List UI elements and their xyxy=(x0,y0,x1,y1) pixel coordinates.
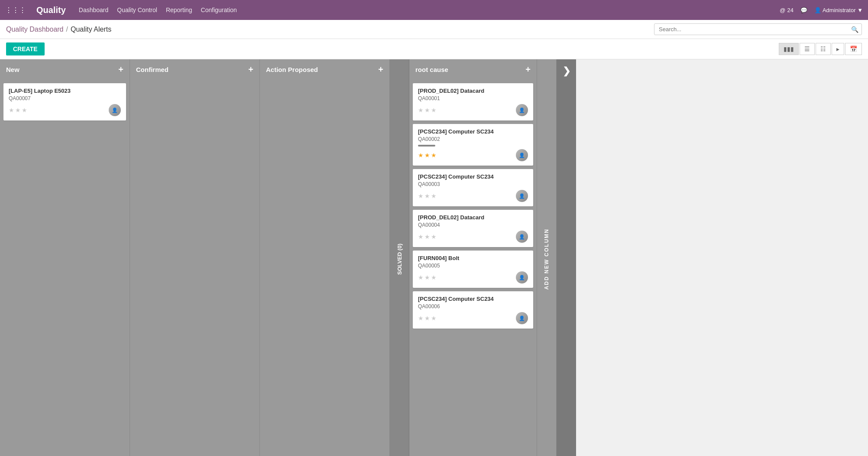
star-2[interactable]: ★ xyxy=(424,315,430,322)
card-stars: ★★★ xyxy=(418,233,437,240)
card-stars: ★★★ xyxy=(418,107,437,114)
kanban-cards-action-proposed xyxy=(260,80,389,456)
kanban-cards-confirmed xyxy=(130,80,259,456)
kanban-cards-root-cause: [PROD_DEL02] DatacardQA00001★★★👤[PCSC234… xyxy=(409,80,537,456)
kanban-col-solved[interactable]: SOLVED (0) xyxy=(390,59,409,456)
card-footer: ★★★👤 xyxy=(418,271,528,283)
star-2[interactable]: ★ xyxy=(424,107,430,114)
user-icon: 👤 xyxy=(814,7,821,13)
table-row[interactable]: [PCSC234] Computer SC234QA00002★★★👤 xyxy=(413,124,533,166)
star-1[interactable]: ★ xyxy=(9,107,14,114)
toolbar: CREATE ▮▮▮ ☰ ☷ ▸ 📅 xyxy=(0,39,868,59)
notification-badge[interactable]: @ 24 xyxy=(780,7,794,13)
card-code: QA00003 xyxy=(418,181,528,187)
star-3[interactable]: ★ xyxy=(431,315,437,322)
kanban-col-action-proposed-header: Action Proposed + xyxy=(260,59,389,80)
kanban-col-root-cause: root cause + [PROD_DEL02] DatacardQA0000… xyxy=(409,59,537,456)
star-1[interactable]: ★ xyxy=(418,233,424,240)
user-dropdown-icon: ▼ xyxy=(857,7,863,13)
card-code: QA00007 xyxy=(9,95,121,101)
star-1[interactable]: ★ xyxy=(418,107,424,114)
star-2[interactable]: ★ xyxy=(15,107,21,114)
nav-configuration[interactable]: Configuration xyxy=(201,7,237,13)
notification-count: 24 xyxy=(787,7,794,13)
star-1[interactable]: ★ xyxy=(418,152,424,159)
card-stars: ★★★ xyxy=(418,274,437,281)
star-2[interactable]: ★ xyxy=(424,152,430,159)
table-row[interactable]: [LAP-E5] Laptop E5023 QA00007 ★ ★ ★ 👤 xyxy=(3,83,126,121)
avatar: 👤 xyxy=(516,190,528,202)
card-stars: ★★★ xyxy=(418,152,437,159)
star-1[interactable]: ★ xyxy=(418,315,424,322)
next-arrow-button[interactable]: ❯ xyxy=(563,65,570,77)
app-title: Quality xyxy=(36,5,66,15)
star-3[interactable]: ★ xyxy=(431,107,437,114)
search-button[interactable]: 🔍 xyxy=(851,26,858,33)
nav-dashboard[interactable]: Dashboard xyxy=(79,7,109,13)
view-calendar-button[interactable]: 📅 xyxy=(845,43,862,55)
nav-links: Dashboard Quality Control Reporting Conf… xyxy=(79,7,771,13)
arrow-column: ❯ xyxy=(557,59,576,456)
star-1[interactable]: ★ xyxy=(418,192,424,199)
table-row[interactable]: [PROD_DEL02] DatacardQA00004★★★👤 xyxy=(413,210,533,247)
card-footer: ★★★👤 xyxy=(418,231,528,243)
card-stars: ★★★ xyxy=(418,192,437,199)
user-menu[interactable]: 👤 Administrator ▼ xyxy=(814,7,863,13)
add-card-root-cause-button[interactable]: + xyxy=(525,65,531,75)
nav-reporting[interactable]: Reporting xyxy=(166,7,192,13)
star-1[interactable]: ★ xyxy=(418,274,424,281)
kanban-col-root-cause-header: root cause + xyxy=(409,59,537,80)
create-button[interactable]: CREATE xyxy=(6,42,45,55)
card-code: QA00004 xyxy=(418,222,528,228)
table-row[interactable]: [PCSC234] Computer SC234QA00003★★★👤 xyxy=(413,169,533,206)
card-footer: ★★★👤 xyxy=(418,104,528,116)
view-list-button[interactable]: ☰ xyxy=(800,43,815,55)
user-name: Administrator xyxy=(823,7,856,13)
search-input[interactable] xyxy=(654,23,862,35)
star-3[interactable]: ★ xyxy=(431,192,437,199)
card-footer: ★★★👤 xyxy=(418,312,528,324)
view-table-button[interactable]: ☷ xyxy=(816,43,831,55)
chat-icon[interactable]: 💬 xyxy=(800,7,807,13)
card-stars: ★★★ xyxy=(418,315,437,322)
card-title: [PROD_DEL02] Datacard xyxy=(418,88,528,94)
card-title: [PCSC234] Computer SC234 xyxy=(418,296,528,302)
star-3[interactable]: ★ xyxy=(431,152,437,159)
col-new-title: New xyxy=(6,66,19,73)
table-row[interactable]: [FURN004] BoltQA00005★★★👤 xyxy=(413,251,533,288)
card-code: QA00002 xyxy=(418,136,528,142)
card-title: [PCSC234] Computer SC234 xyxy=(418,173,528,180)
nav-quality-control[interactable]: Quality Control xyxy=(117,7,157,13)
card-footer: ★ ★ ★ 👤 xyxy=(9,104,121,116)
avatar: 👤 xyxy=(109,104,121,116)
search-container: 🔍 xyxy=(654,23,862,35)
add-card-action-proposed-button[interactable]: + xyxy=(378,65,383,75)
avatar: 👤 xyxy=(516,149,528,161)
breadcrumb-bar: Quality Dashboard / Quality Alerts 🔍 xyxy=(0,20,868,39)
view-buttons: ▮▮▮ ☰ ☷ ▸ 📅 xyxy=(779,43,862,55)
breadcrumb: Quality Dashboard / Quality Alerts xyxy=(6,26,111,33)
star-3[interactable]: ★ xyxy=(22,107,27,114)
star-2[interactable]: ★ xyxy=(424,274,430,281)
add-new-column[interactable]: ADD NEW COLUMN xyxy=(537,59,557,456)
table-row[interactable]: [PROD_DEL02] DatacardQA00001★★★👤 xyxy=(413,83,533,121)
view-chart-button[interactable]: ▸ xyxy=(832,43,844,55)
view-kanban-button[interactable]: ▮▮▮ xyxy=(779,43,799,55)
card-divider xyxy=(418,145,435,147)
col-action-proposed-title: Action Proposed xyxy=(266,66,318,73)
grid-icon[interactable]: ⋮⋮⋮ xyxy=(5,6,26,14)
star-3[interactable]: ★ xyxy=(431,233,437,240)
card-footer: ★★★👤 xyxy=(418,149,528,161)
col-root-cause-title: root cause xyxy=(415,66,448,73)
avatar: 👤 xyxy=(516,104,528,116)
card-title: [FURN004] Bolt xyxy=(418,255,528,261)
star-2[interactable]: ★ xyxy=(424,192,430,199)
avatar: 👤 xyxy=(516,231,528,243)
card-title: [PCSC234] Computer SC234 xyxy=(418,128,528,135)
table-row[interactable]: [PCSC234] Computer SC234QA00006★★★👤 xyxy=(413,291,533,329)
star-3[interactable]: ★ xyxy=(431,274,437,281)
add-card-confirmed-button[interactable]: + xyxy=(248,65,253,75)
star-2[interactable]: ★ xyxy=(424,233,430,240)
breadcrumb-parent[interactable]: Quality Dashboard xyxy=(6,26,64,33)
add-card-new-button[interactable]: + xyxy=(118,65,123,75)
